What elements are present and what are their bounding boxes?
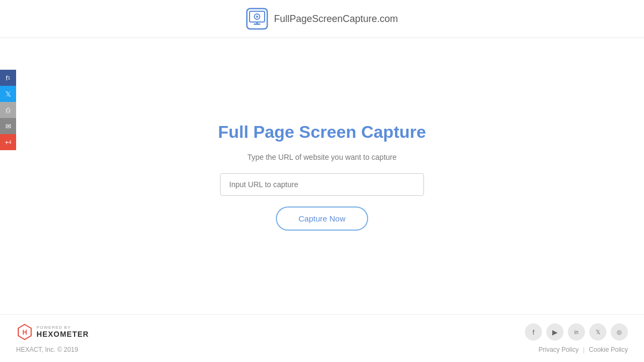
- cookie-policy-link[interactable]: Cookie Policy: [589, 346, 628, 353]
- footer-inner: H POWERED BY HEXOMETER f ▶ in 𝕏 ◎: [16, 323, 628, 341]
- plus-count: 4: [9, 140, 11, 145]
- hexometer-brand-name: HEXOMETER: [36, 330, 89, 338]
- url-input[interactable]: [220, 173, 424, 196]
- footer-instagram-icon[interactable]: ◎: [611, 323, 628, 341]
- footer-youtube-icon[interactable]: ▶: [546, 323, 564, 341]
- capture-now-button[interactable]: Capture Now: [276, 206, 368, 231]
- twitter-icon: 𝕏: [5, 90, 11, 98]
- side-social-bar: f 1 𝕏 ⎙ ✉ + 4: [0, 70, 16, 150]
- hexometer-hex-icon: H: [16, 323, 33, 341]
- logo-link[interactable]: FullPageScreenCapture.com: [246, 8, 398, 30]
- facebook-count: 1: [8, 76, 10, 80]
- hexometer-logo: H POWERED BY HEXOMETER: [16, 323, 89, 341]
- footer-twitter-icon[interactable]: 𝕏: [589, 323, 606, 341]
- print-icon: ⎙: [6, 106, 10, 114]
- logo-text: FullPageScreenCapture.com: [274, 13, 398, 25]
- footer-facebook-icon[interactable]: f: [525, 323, 542, 341]
- page-title: Full Page Screen Capture: [218, 122, 426, 142]
- svg-point-5: [256, 16, 258, 18]
- sidebar-twitter[interactable]: 𝕏: [0, 86, 16, 102]
- logo-icon: [246, 8, 268, 30]
- footer-bottom: HEXACT, Inc. © 2019 Privacy Policy | Coo…: [16, 346, 628, 353]
- email-icon: ✉: [5, 122, 11, 130]
- privacy-policy-link[interactable]: Privacy Policy: [538, 346, 579, 353]
- link-separator: |: [583, 346, 584, 353]
- footer: H POWERED BY HEXOMETER f ▶ in 𝕏 ◎ HEXACT…: [0, 314, 644, 362]
- footer-social-icons: f ▶ in 𝕏 ◎: [525, 323, 628, 341]
- subtitle: Type the URL of website you want to capt…: [247, 153, 397, 161]
- sidebar-facebook[interactable]: f 1: [0, 70, 16, 86]
- main-content: Full Page Screen Capture Type the URL of…: [0, 38, 644, 314]
- sidebar-print[interactable]: ⎙: [0, 102, 16, 118]
- plus-icon: +: [5, 138, 9, 146]
- header: FullPageScreenCapture.com: [0, 0, 644, 38]
- copyright-text: HEXACT, Inc. © 2019: [16, 346, 78, 353]
- svg-text:H: H: [23, 329, 27, 336]
- sidebar-plus[interactable]: + 4: [0, 134, 16, 150]
- footer-linkedin-icon[interactable]: in: [568, 323, 585, 341]
- hexometer-text: POWERED BY HEXOMETER: [36, 326, 89, 338]
- footer-links: Privacy Policy | Cookie Policy: [538, 346, 628, 353]
- sidebar-email[interactable]: ✉: [0, 118, 16, 134]
